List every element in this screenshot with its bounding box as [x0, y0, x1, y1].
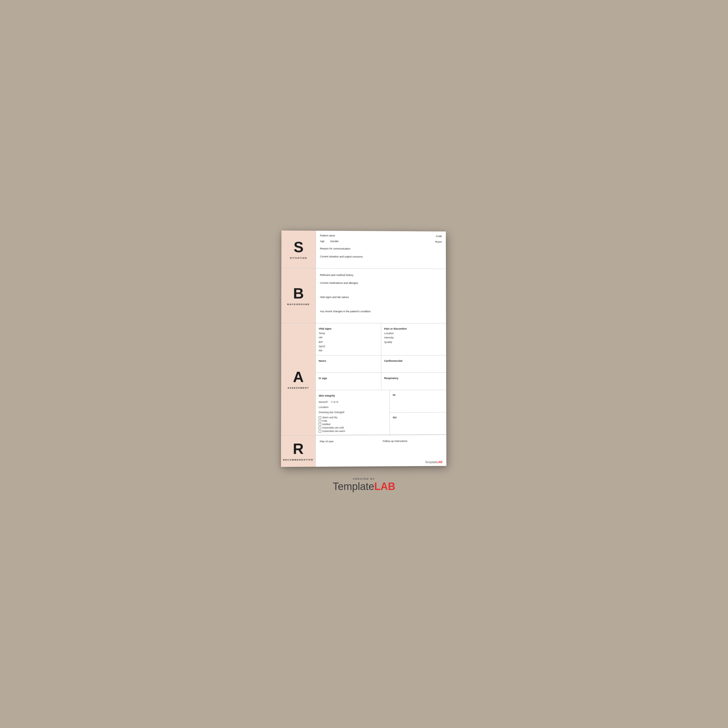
- background-letter: B: [293, 286, 304, 301]
- background-row: B BACKGROUND Relevant past medical histo…: [281, 268, 446, 323]
- current-situation-field: Current situation and urgent concerns: [320, 255, 363, 258]
- vital-signs-header: Vital signs: [319, 327, 332, 330]
- checkbox-pole-label: Pole: [322, 419, 327, 422]
- checkbox-warm-dry-label: Warm and dry: [322, 416, 337, 419]
- checkbox-cold-box: [318, 427, 321, 429]
- pain-col: Pain or discomfort Location Intensity Qu…: [381, 323, 446, 355]
- location-label: Location:: [318, 406, 329, 408]
- checkbox-mottled-box: [318, 423, 321, 426]
- vital-rr: RR: [319, 349, 378, 353]
- recommendation-row: R RECOMMENDATION Plan of care Follow-up …: [281, 435, 447, 467]
- iv-respiratory-row: IV sign Respiratory: [316, 373, 446, 390]
- vital-temp: Temp: [319, 331, 378, 336]
- background-spacer3: Any recent changes in the patient's cond…: [320, 308, 442, 320]
- age-gender-room-row: Age Gender Room: [320, 240, 442, 243]
- cardiovascular-col: Cardiovascular: [381, 355, 446, 373]
- vital-bp: B/P: [319, 340, 378, 344]
- recommendation-letter-col: R RECOMMENDATION: [281, 436, 315, 467]
- vital-spo2: SpO2: [319, 344, 378, 349]
- cardiovascular-header: Cardiovascular: [384, 359, 403, 362]
- vital-signs-lab-field: Vital signs and lab values: [320, 296, 349, 298]
- medications-field: Current medications and allergies: [320, 281, 358, 284]
- assessment-content: Vital signs Temp HR B/P SpO2 RR Pain or …: [315, 323, 446, 435]
- gu-area: GU: [390, 412, 446, 434]
- reason-row: Reason for communication: [320, 245, 442, 251]
- age-field: Age: [320, 240, 324, 243]
- situation-row: S SITUATION Patient name Code Age Gender…: [281, 230, 446, 269]
- created-by-label: CREATED BY: [353, 477, 375, 480]
- vital-hr: HR: [319, 336, 378, 340]
- background-spacer1: Current medications and allergies: [320, 280, 442, 292]
- patient-name-field: Patient name: [320, 234, 335, 237]
- dressing-label: Dressing last changed:: [318, 411, 345, 414]
- assessment-row: A ASSESSMENT Vital signs Temp HR B/P SpO…: [281, 323, 446, 436]
- wound-yn: Y or N: [331, 401, 338, 404]
- template-part-inline: Template: [425, 461, 436, 464]
- checkbox-warm: Extremities are warm: [318, 430, 387, 433]
- rec-followup: Follow-up instructions: [383, 438, 442, 461]
- situation-letter-col: S SITUATION: [281, 230, 316, 268]
- assessment-label: ASSESSMENT: [288, 387, 309, 389]
- reason-field: Reason for communication: [320, 247, 350, 250]
- situation-content: Patient name Code Age Gender Room Reason…: [316, 231, 446, 269]
- recent-changes-field: Any recent changes in the patient's cond…: [320, 310, 370, 313]
- iv-sign-col: IV sign: [316, 373, 381, 390]
- wound-area: Wound? Y or N Location: Dressing last ch…: [318, 398, 387, 416]
- iv-sign-header: IV sign: [319, 377, 327, 380]
- footer-lab: LAB: [374, 480, 395, 492]
- respiratory-col: Respiratory: [381, 373, 446, 390]
- respiratory-header: Respiratory: [384, 377, 398, 380]
- gi-area: GI: [390, 390, 446, 413]
- sbar-form: S SITUATION Patient name Code Age Gender…: [281, 230, 447, 467]
- wound-text: Wound?: [318, 401, 328, 404]
- checkbox-warm-dry-box: [318, 416, 321, 419]
- checkbox-cold: Extremities are cold: [318, 426, 387, 429]
- checkbox-pole-box: [318, 420, 321, 422]
- gi-label: GI: [393, 393, 396, 396]
- footer-template: Template: [333, 480, 374, 492]
- skin-integrity-label: Skin integrity: [318, 395, 335, 397]
- checkbox-mottled: Mottled: [318, 422, 387, 426]
- checkboxes: Warm and dry Pole Mottled Extremiti: [318, 416, 387, 433]
- situation-label: SITUATION: [290, 257, 307, 259]
- background-content: Relevant past medical history Current me…: [316, 268, 446, 323]
- skin-row: Skin integrity Wound? Y or N Location: D…: [316, 390, 446, 435]
- past-history-row: Relevant past medical history: [320, 272, 442, 278]
- assessment-letter: A: [293, 369, 304, 384]
- pain-intensity: Intensity: [384, 336, 444, 340]
- vital-signs-col: Vital signs Temp HR B/P SpO2 RR: [316, 323, 381, 355]
- patient-name-code-row: Patient name Code: [320, 234, 442, 237]
- room-field: Room: [435, 240, 442, 243]
- gender-field: Gender: [330, 240, 339, 243]
- rec-fields: Plan of care Follow-up instructions: [316, 435, 446, 464]
- neuro-cardio-row: Neuro Cardiovascular: [316, 355, 446, 373]
- pain-list: Location Intensity Quality: [384, 331, 444, 344]
- checkbox-pole: Pole: [318, 419, 387, 422]
- recommendation-letter: R: [293, 441, 304, 456]
- checkbox-cold-label: Extremities are cold: [322, 426, 344, 429]
- assessment-letter-col: A ASSESSMENT: [281, 323, 315, 435]
- followup-label: Follow-up instructions: [383, 440, 407, 442]
- footer-logo: TemplateLAB: [333, 482, 395, 492]
- templatelab-logo-inline: TemplateLAB: [425, 461, 442, 464]
- background-label: BACKGROUND: [287, 303, 310, 306]
- checkbox-warm-dry: Warm and dry: [318, 416, 387, 419]
- pain-location: Location: [384, 331, 444, 336]
- lab-part-inline: LAB: [436, 461, 442, 464]
- checkbox-warm-label: Extremities are warm: [322, 430, 345, 433]
- background-letter-col: B BACKGROUND: [281, 268, 316, 323]
- neuro-col: Neuro: [316, 355, 381, 373]
- situation-letter: S: [294, 239, 303, 254]
- vital-pain-row: Vital signs Temp HR B/P SpO2 RR Pain or …: [316, 323, 446, 356]
- footer: CREATED BY TemplateLAB: [333, 477, 395, 492]
- background-spacer2: Vital signs and lab values: [320, 294, 442, 306]
- pain-header: Pain or discomfort: [384, 327, 407, 330]
- situation-spacer: Current situation and urgent concerns: [320, 253, 442, 265]
- past-history-field: Relevant past medical history: [320, 274, 353, 277]
- rec-plan: Plan of care: [320, 438, 380, 462]
- pain-quality: Quality: [384, 340, 444, 344]
- wound-label: Wound? Y or N: [318, 401, 338, 404]
- plan-label: Plan of care: [320, 440, 333, 443]
- neuro-header: Neuro: [319, 359, 326, 362]
- checkbox-warm-box: [318, 430, 321, 433]
